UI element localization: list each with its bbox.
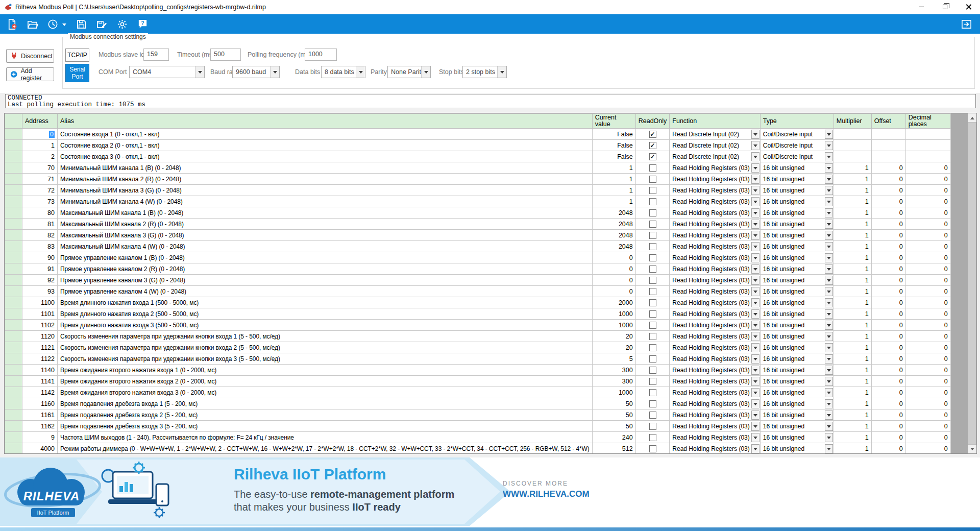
cell-type[interactable]: 16 bit unsigned: [760, 275, 834, 286]
table-row[interactable]: 80Максимальный ШИМ канала 1 (B) (0 - 204…: [5, 207, 951, 219]
table-row[interactable]: 82Максимальный ШИМ канала 3 (G) (0 - 204…: [5, 230, 951, 241]
cell-current-value[interactable]: 50: [592, 409, 635, 421]
cell-multiplier[interactable]: [834, 151, 871, 162]
cell-current-value[interactable]: 20: [592, 331, 635, 342]
cell-multiplier[interactable]: 1: [834, 432, 871, 443]
cell-alias[interactable]: Максимальный ШИМ канала 1 (B) (0 - 2048): [58, 207, 593, 219]
cell-decimals[interactable]: 0: [905, 185, 950, 196]
cell-multiplier[interactable]: 1: [834, 252, 871, 263]
cell-readonly[interactable]: [635, 241, 670, 252]
parity-select[interactable]: None Parity: [387, 66, 431, 78]
cell-address[interactable]: 70: [22, 162, 58, 174]
readonly-checkbox[interactable]: [649, 333, 656, 340]
cell-decimals[interactable]: 0: [905, 409, 950, 421]
readonly-checkbox[interactable]: [649, 266, 656, 273]
dropdown-button[interactable]: [751, 163, 760, 173]
cell-multiplier[interactable]: 1: [834, 331, 871, 342]
cell-function[interactable]: Read Holding Registers (03): [670, 421, 760, 432]
cell-function[interactable]: Read Discrete Input (02): [670, 129, 760, 140]
row-indicator[interactable]: [5, 353, 22, 365]
cell-decimals[interactable]: [905, 151, 950, 162]
cell-multiplier[interactable]: 1: [834, 286, 871, 297]
cell-multiplier[interactable]: 1: [834, 308, 871, 320]
cell-function[interactable]: Read Holding Registers (03): [670, 443, 760, 454]
cell-type[interactable]: 16 bit unsigned: [760, 241, 834, 252]
cell-alias[interactable]: Минимальный ШИМ канала 4 (W) (0 - 2048): [58, 196, 593, 207]
cell-decimals[interactable]: 0: [905, 219, 950, 230]
cell-multiplier[interactable]: 1: [834, 421, 871, 432]
cell-type[interactable]: 16 bit unsigned: [760, 230, 834, 241]
save-as-icon[interactable]: [95, 17, 108, 31]
cell-readonly[interactable]: [635, 398, 670, 409]
table-row[interactable]: 90Прямое управление каналом 1 (B) (0 - 2…: [5, 252, 951, 263]
cell-offset[interactable]: 0: [871, 162, 905, 174]
readonly-checkbox[interactable]: [649, 389, 656, 396]
cell-readonly[interactable]: [635, 331, 670, 342]
column-header[interactable]: Address: [22, 114, 58, 129]
side-panel-toggle-icon[interactable]: [960, 17, 973, 31]
cell-decimals[interactable]: 0: [905, 308, 950, 320]
dropdown-button[interactable]: [825, 253, 833, 262]
cell-readonly[interactable]: [635, 196, 670, 207]
cell-alias[interactable]: Минимальный ШИМ канала 3 (G) (0 - 2048): [58, 185, 593, 196]
table-row[interactable]: 0Состояние входа 1 (0 - откл,1 - вкл)Fal…: [5, 129, 951, 140]
column-header[interactable]: Multiplier: [834, 114, 871, 129]
dropdown-button[interactable]: [751, 321, 760, 330]
row-indicator[interactable]: [5, 443, 22, 454]
help-icon[interactable]: ?: [136, 17, 149, 31]
cell-address[interactable]: 4000: [22, 443, 58, 454]
cell-readonly[interactable]: [635, 308, 670, 320]
cell-readonly[interactable]: ✓: [635, 129, 670, 140]
readonly-checkbox[interactable]: [649, 288, 656, 295]
dropdown-button[interactable]: [751, 298, 760, 307]
cell-offset[interactable]: 0: [871, 207, 905, 219]
cell-offset[interactable]: 0: [871, 275, 905, 286]
cell-function[interactable]: Read Holding Registers (03): [670, 219, 760, 230]
dropdown-button[interactable]: [751, 444, 760, 453]
cell-multiplier[interactable]: 1: [834, 398, 871, 409]
row-indicator[interactable]: [5, 398, 22, 409]
timeout-input[interactable]: 500: [210, 49, 241, 61]
cell-alias[interactable]: Время подавления дребезга входа 1 (5 - 2…: [58, 398, 593, 409]
dropdown-button[interactable]: [751, 332, 760, 341]
table-row[interactable]: 1141Время ожидания второго нажатия входа…: [5, 376, 951, 387]
cell-type[interactable]: 16 bit unsigned: [760, 286, 834, 297]
column-header[interactable]: ReadOnly: [635, 114, 670, 129]
cell-alias[interactable]: Время ожидания второго нажатия входа 2 (…: [58, 376, 593, 387]
cell-function[interactable]: Read Holding Registers (03): [670, 230, 760, 241]
table-row[interactable]: 92Прямое управление каналом 3 (G) (0 - 2…: [5, 275, 951, 286]
row-indicator[interactable]: [5, 162, 22, 174]
cell-current-value[interactable]: 0: [592, 286, 635, 297]
table-row[interactable]: 1142Время ожидания второго нажатия входа…: [5, 387, 951, 398]
cell-decimals[interactable]: [905, 140, 950, 151]
cell-type[interactable]: 16 bit unsigned: [760, 174, 834, 185]
readonly-checkbox[interactable]: ✓: [649, 131, 656, 138]
cell-alias[interactable]: Время подавления дребезга входа 2 (5 - 2…: [58, 409, 593, 421]
dropdown-button[interactable]: [751, 141, 760, 150]
dropdown-arrow-icon[interactable]: [356, 66, 365, 78]
cell-offset[interactable]: 0: [871, 409, 905, 421]
history-dropdown-caret[interactable]: [62, 23, 66, 28]
serial-port-button[interactable]: Serial Port: [65, 64, 89, 82]
cell-offset[interactable]: 0: [871, 331, 905, 342]
row-indicator[interactable]: [5, 320, 22, 331]
cell-current-value[interactable]: 0: [592, 252, 635, 263]
cell-multiplier[interactable]: 1: [834, 353, 871, 365]
table-row[interactable]: 1120Скорость изменения параметра при уде…: [5, 331, 951, 342]
cell-address[interactable]: 82: [22, 230, 58, 241]
cell-address[interactable]: 1101: [22, 308, 58, 320]
dropdown-button[interactable]: [751, 366, 760, 375]
cell-function[interactable]: Read Holding Registers (03): [670, 409, 760, 421]
cell-multiplier[interactable]: [834, 129, 871, 140]
cell-alias[interactable]: Максимальный ШИМ канала 4 (W) (0 - 2048): [58, 241, 593, 252]
table-row[interactable]: 9Частота ШИМ выходов (1 - 240). Рассчиты…: [5, 432, 951, 443]
cell-address[interactable]: 1100: [22, 297, 58, 308]
cell-readonly[interactable]: [635, 207, 670, 219]
dropdown-button[interactable]: [751, 220, 760, 229]
dropdown-button[interactable]: [825, 433, 833, 442]
dropdown-button[interactable]: [825, 343, 833, 352]
cell-multiplier[interactable]: 1: [834, 342, 871, 353]
cell-current-value[interactable]: 2048: [592, 219, 635, 230]
cell-current-value[interactable]: 2048: [592, 207, 635, 219]
cell-function[interactable]: Read Discrete Input (02): [670, 140, 760, 151]
